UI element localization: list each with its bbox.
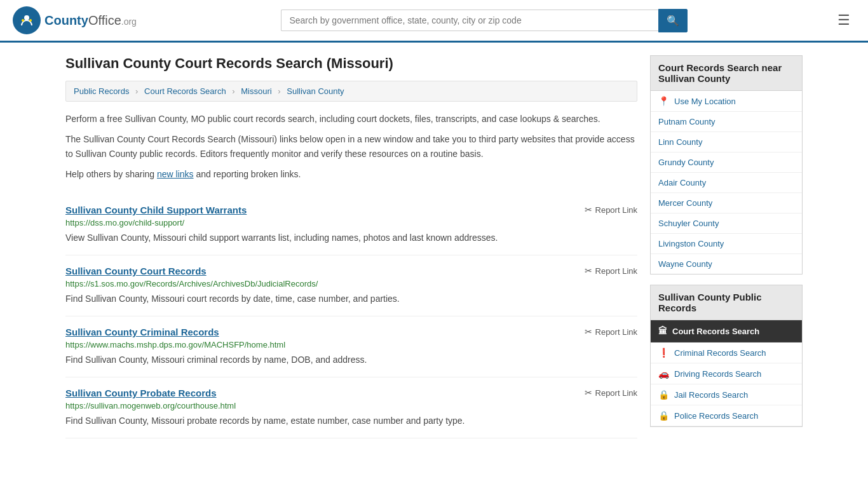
court-icon: 🏛 <box>658 326 667 336</box>
sidebar-county-linn[interactable]: Linn County <box>651 132 802 152</box>
breadcrumb-public-records[interactable]: Public Records <box>74 86 129 96</box>
svg-point-1 <box>24 15 29 20</box>
sidebar-county-putnam[interactable]: Putnam County <box>651 112 802 132</box>
record-header-1: Sullivan County Child Support Warrants ✂… <box>65 205 637 215</box>
header-right: ☰ <box>832 10 855 31</box>
sidebar-item-police-records[interactable]: 🔒 Police Records Search <box>651 405 802 426</box>
record-desc-4: Find Sullivan County, Missouri probate r… <box>65 414 637 428</box>
sidebar-county-mercer[interactable]: Mercer County <box>651 193 802 214</box>
sidebar-item-criminal-records[interactable]: ❗ Criminal Records Search <box>651 342 802 363</box>
record-header-4: Sullivan County Probate Records ✂ Report… <box>65 388 637 398</box>
police-icon: 🔒 <box>658 410 669 421</box>
breadcrumb: Public Records › Court Records Search › … <box>65 81 637 102</box>
jail-icon: 🔒 <box>658 390 669 400</box>
record-header-2: Sullivan County Court Records ✂ Report L… <box>65 266 637 276</box>
search-area: 🔍 <box>281 9 688 32</box>
new-links-link[interactable]: new links <box>157 169 194 179</box>
record-desc-1: View Sullivan County, Missouri child sup… <box>65 231 637 245</box>
search-button[interactable]: 🔍 <box>658 9 688 32</box>
sidebar-public-records-list: 🏛 Court Records Search ❗ Criminal Record… <box>650 320 803 427</box>
record-item-court-records: Sullivan County Court Records ✂ Report L… <box>65 255 637 316</box>
breadcrumb-sep-1: › <box>135 86 138 96</box>
report-link-btn-4[interactable]: ✂ Report Link <box>585 388 637 398</box>
logo-icon <box>13 6 41 34</box>
sidebar-nearby-section: Court Records Search near Sullivan Count… <box>650 55 803 274</box>
record-desc-3: Find Sullivan County, Missouri criminal … <box>65 353 637 367</box>
sidebar-county-wayne[interactable]: Wayne County <box>651 254 802 274</box>
logo-text: CountyOffice.org <box>44 13 137 28</box>
scissors-icon-3: ✂ <box>585 327 592 337</box>
svg-point-2 <box>22 19 24 22</box>
sidebar-county-grundy[interactable]: Grundy County <box>651 152 802 173</box>
driving-icon: 🚗 <box>658 369 669 379</box>
menu-button[interactable]: ☰ <box>832 10 855 31</box>
record-item-criminal: Sullivan County Criminal Records ✂ Repor… <box>65 316 637 377</box>
record-item-probate: Sullivan County Probate Records ✂ Report… <box>65 377 637 438</box>
sidebar-county-adair[interactable]: Adair County <box>651 173 802 193</box>
intro-para-3: Help others by sharing new links and rep… <box>65 167 637 181</box>
sidebar-item-court-records-search[interactable]: 🏛 Court Records Search <box>651 320 802 342</box>
content-area: Sullivan County Court Records Search (Mi… <box>65 55 637 438</box>
header: CountyOffice.org 🔍 ☰ <box>0 0 868 43</box>
report-link-btn-2[interactable]: ✂ Report Link <box>585 266 637 276</box>
sidebar-nearby-header: Court Records Search near Sullivan Count… <box>650 55 803 91</box>
page-title: Sullivan County Court Records Search (Mi… <box>65 55 637 72</box>
record-url-2[interactable]: https://s1.sos.mo.gov/Records/Archives/A… <box>65 279 637 288</box>
breadcrumb-sullivan[interactable]: Sullivan County <box>287 86 344 96</box>
record-header-3: Sullivan County Criminal Records ✂ Repor… <box>65 327 637 337</box>
sidebar-item-driving-records[interactable]: 🚗 Driving Records Search <box>651 363 802 384</box>
svg-point-3 <box>29 19 32 22</box>
sidebar: Court Records Search near Sullivan Count… <box>650 55 803 438</box>
search-input[interactable] <box>281 10 658 31</box>
breadcrumb-missouri[interactable]: Missouri <box>241 86 271 96</box>
sidebar-county-schuyler[interactable]: Schuyler County <box>651 214 802 234</box>
criminal-icon: ❗ <box>658 348 669 358</box>
intro-para-1: Perform a free Sullivan County, MO publi… <box>65 112 637 126</box>
sidebar-county-livingston[interactable]: Livingston County <box>651 234 802 254</box>
scissors-icon-4: ✂ <box>585 388 592 398</box>
record-url-3[interactable]: https://www.machs.mshp.dps.mo.gov/MACHSF… <box>65 340 637 349</box>
record-title-4[interactable]: Sullivan County Probate Records <box>65 388 217 398</box>
record-item-child-support: Sullivan County Child Support Warrants ✂… <box>65 194 637 255</box>
sidebar-use-my-location[interactable]: 📍 Use My Location <box>651 91 802 112</box>
record-title-1[interactable]: Sullivan County Child Support Warrants <box>65 205 247 215</box>
breadcrumb-sep-2: › <box>232 86 234 96</box>
sidebar-public-records-header: Sullivan County Public Records <box>650 285 803 320</box>
main-container: Sullivan County Court Records Search (Mi… <box>53 43 815 451</box>
intro-para-2: The Sullivan County Court Records Search… <box>65 132 637 161</box>
report-link-btn-1[interactable]: ✂ Report Link <box>585 205 637 215</box>
report-link-btn-3[interactable]: ✂ Report Link <box>585 327 637 337</box>
record-title-3[interactable]: Sullivan County Criminal Records <box>65 327 219 337</box>
logo-area: CountyOffice.org <box>13 6 137 34</box>
sidebar-nearby-list: 📍 Use My Location Putnam County Linn Cou… <box>650 91 803 274</box>
scissors-icon-1: ✂ <box>585 205 592 215</box>
location-pin-icon: 📍 <box>658 96 669 106</box>
breadcrumb-court-records[interactable]: Court Records Search <box>144 86 226 96</box>
scissors-icon-2: ✂ <box>585 266 592 276</box>
record-desc-2: Find Sullivan County, Missouri court rec… <box>65 292 637 306</box>
record-url-4[interactable]: https://sullivan.mogenweb.org/courthouse… <box>65 401 637 410</box>
sidebar-item-jail-records[interactable]: 🔒 Jail Records Search <box>651 384 802 405</box>
breadcrumb-sep-3: › <box>278 86 280 96</box>
record-url-1[interactable]: https://dss.mo.gov/child-support/ <box>65 218 637 227</box>
records-section: Sullivan County Child Support Warrants ✂… <box>65 194 637 438</box>
sidebar-public-records-section: Sullivan County Public Records 🏛 Court R… <box>650 285 803 427</box>
record-title-2[interactable]: Sullivan County Court Records <box>65 266 207 276</box>
